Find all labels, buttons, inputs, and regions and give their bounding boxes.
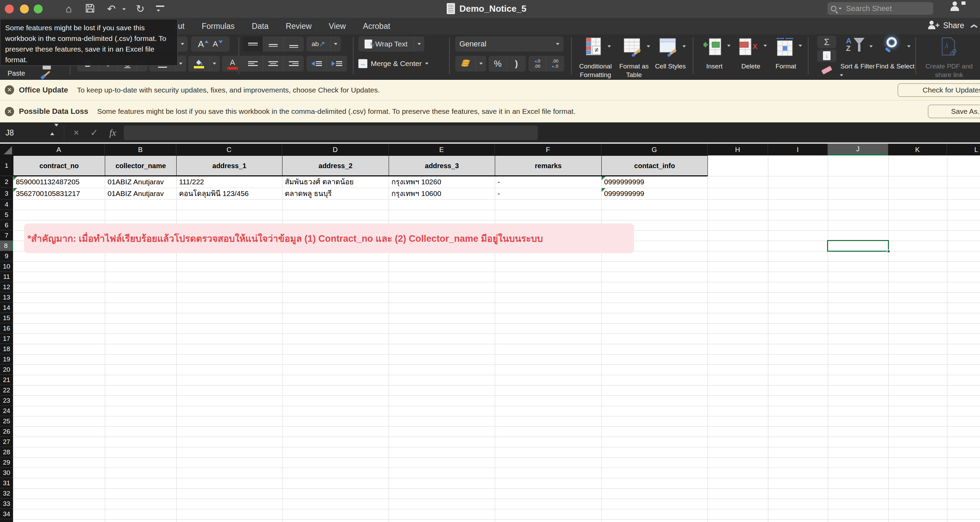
row-header-34[interactable]: 34 xyxy=(0,509,13,519)
row-header-20[interactable]: 20 xyxy=(0,364,13,375)
name-box-spinner[interactable] xyxy=(50,126,59,133)
ribbon-tab-view[interactable]: View xyxy=(329,22,346,31)
header-cell-collector_name[interactable]: collector_name xyxy=(105,155,177,176)
row-header-16[interactable]: 16 xyxy=(0,323,13,334)
cell-E3[interactable]: กรุงเทพฯ 10600 xyxy=(389,188,495,200)
column-header-H[interactable]: H xyxy=(708,144,768,155)
row-header-23[interactable]: 23 xyxy=(0,396,13,406)
undo-dropdown-icon[interactable] xyxy=(123,8,126,10)
row-header-29[interactable]: 29 xyxy=(0,457,13,468)
number-format-dropdown[interactable]: General xyxy=(455,37,563,51)
customize-toolbar-icon[interactable] xyxy=(156,5,164,13)
row-header-18[interactable]: 18 xyxy=(0,344,13,354)
cell-E2[interactable]: กรุงเทพฯ 10260 xyxy=(389,176,495,188)
header-cell-address_1[interactable]: address_1 xyxy=(176,155,282,176)
cell-C2[interactable]: 111/222 xyxy=(176,176,282,188)
column-header-E[interactable]: E xyxy=(389,144,495,155)
column-header-D[interactable]: D xyxy=(282,144,389,155)
row-header-4[interactable]: 4 xyxy=(0,200,13,210)
cell-G2[interactable]: 0999999999 xyxy=(601,176,708,188)
font-color-button[interactable]: A xyxy=(222,56,243,72)
column-header-J[interactable]: J xyxy=(828,144,888,155)
save-as-button[interactable]: Save As... xyxy=(928,105,980,118)
row-header-14[interactable]: 14 xyxy=(0,303,13,313)
close-button[interactable] xyxy=(5,5,14,13)
conditional-formatting-dropdown[interactable] xyxy=(608,45,611,48)
orientation-dropdown[interactable] xyxy=(331,37,341,51)
cell-B3[interactable]: 01ABIZ Anutjarav xyxy=(105,188,176,200)
paste-button[interactable]: Paste xyxy=(8,69,25,77)
row-header-21[interactable]: 21 xyxy=(0,375,13,385)
fill-button[interactable]: ↓ xyxy=(817,49,836,62)
align-left-button[interactable] xyxy=(243,56,263,72)
chevron-up-icon[interactable] xyxy=(970,23,977,26)
row-header-27[interactable]: 27 xyxy=(0,437,13,447)
format-cells-dropdown[interactable] xyxy=(799,45,802,47)
wrap-text-dropdown[interactable] xyxy=(414,37,424,51)
fill-handle[interactable] xyxy=(887,250,890,253)
row-header-10[interactable]: 10 xyxy=(0,261,13,271)
ribbon-tab-acrobat[interactable]: Acrobat xyxy=(363,22,390,31)
column-header-B[interactable]: B xyxy=(105,144,176,155)
row-header-25[interactable]: 25 xyxy=(0,416,13,426)
increase-indent-button[interactable] xyxy=(327,56,347,72)
cell-B2[interactable]: 01ABIZ Anutjarav xyxy=(105,176,176,188)
confirm-entry-icon[interactable]: ✓ xyxy=(87,123,102,142)
row-header-13[interactable]: 13 xyxy=(0,292,13,303)
cell-D2[interactable]: สัมพันธวงศ์ ตลาดน้อย xyxy=(282,176,389,188)
cell-C3[interactable]: คอนโดลุมพินี 123/456 xyxy=(176,188,282,200)
sort-filter-dropdown[interactable] xyxy=(869,45,873,48)
row-header-15[interactable]: 15 xyxy=(0,313,13,323)
redo-icon[interactable]: ↻ xyxy=(133,2,148,16)
format-as-table-dropdown[interactable] xyxy=(647,45,650,48)
percent-style-button[interactable]: % xyxy=(488,56,507,72)
header-cell-remarks[interactable]: remarks xyxy=(495,155,602,176)
home-icon[interactable]: ⌂ xyxy=(61,2,76,16)
minimize-button[interactable] xyxy=(20,5,29,13)
align-center-button[interactable] xyxy=(263,56,283,72)
row-header-22[interactable]: 22 xyxy=(0,385,13,396)
merge-center-dropdown[interactable] xyxy=(425,62,428,65)
wrap-text-button[interactable]: ↻ Wrap Text xyxy=(358,37,414,51)
insert-cells-dropdown[interactable] xyxy=(727,45,730,47)
row-header-17[interactable]: 17 xyxy=(0,334,13,344)
row-header-1[interactable]: 1 xyxy=(0,155,13,176)
name-box[interactable]: J8 xyxy=(0,123,55,142)
row-header-6[interactable]: 6 xyxy=(0,220,13,230)
formula-input[interactable] xyxy=(124,126,538,140)
save-icon[interactable] xyxy=(83,3,98,16)
row-header-30[interactable]: 30 xyxy=(0,468,13,478)
row-header-7[interactable]: 7 xyxy=(0,230,13,241)
decrease-decimal-button[interactable]: .00 ▸.0 xyxy=(546,56,564,72)
header-cell-address_2[interactable]: address_2 xyxy=(282,155,389,176)
align-right-button[interactable] xyxy=(283,56,304,72)
zoom-button[interactable] xyxy=(34,5,43,13)
cell-G3[interactable]: 0999999999 xyxy=(601,188,708,200)
row-header-3[interactable]: 3 xyxy=(0,188,13,200)
row-header-32[interactable]: 32 xyxy=(0,488,13,499)
select-all-corner[interactable] xyxy=(0,144,13,155)
cancel-entry-icon[interactable]: × xyxy=(69,123,84,142)
header-cell-contract_no[interactable]: contract_no xyxy=(13,155,105,176)
align-top-button[interactable] xyxy=(243,37,263,51)
cell-styles-dropdown[interactable] xyxy=(682,45,686,48)
header-cell-contact_info[interactable]: contact_info xyxy=(601,155,708,176)
format-painter-icon[interactable] xyxy=(40,69,51,80)
align-middle-button[interactable] xyxy=(263,37,283,51)
cell-F3[interactable]: - xyxy=(495,188,601,200)
row-header-19[interactable]: 19 xyxy=(0,354,13,364)
row-header-24[interactable]: 24 xyxy=(0,406,13,416)
cell-F2[interactable]: - xyxy=(495,176,601,188)
column-header-F[interactable]: F xyxy=(495,144,601,155)
autosum-dropdown[interactable] xyxy=(840,74,843,77)
accounting-format-dropdown[interactable] xyxy=(476,56,486,72)
merge-center-button[interactable]: ↔ Merge & Center xyxy=(358,56,448,72)
row-header-5[interactable]: 5 xyxy=(0,210,13,220)
cell-D3[interactable]: ตลาดพลู ธนบุรี xyxy=(282,188,389,200)
ribbon-tab-review[interactable]: Review xyxy=(286,22,311,31)
row-header-31[interactable]: 31 xyxy=(0,478,13,488)
ribbon-tab-data[interactable]: Data xyxy=(252,22,269,31)
row-header-9[interactable]: 9 xyxy=(0,251,13,261)
fill-color-dropdown[interactable] xyxy=(210,56,219,72)
row-header-12[interactable]: 12 xyxy=(0,282,13,292)
